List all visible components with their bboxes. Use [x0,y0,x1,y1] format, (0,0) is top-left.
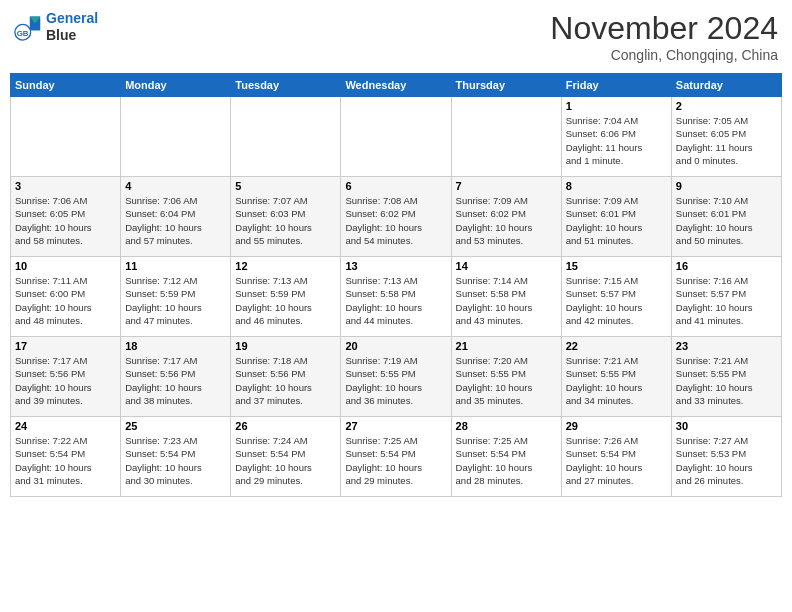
day-number: 13 [345,260,446,272]
calendar-cell: 2Sunrise: 7:05 AM Sunset: 6:05 PM Daylig… [671,97,781,177]
day-info: Sunrise: 7:17 AM Sunset: 5:56 PM Dayligh… [15,354,116,407]
day-number: 15 [566,260,667,272]
day-number: 21 [456,340,557,352]
day-info: Sunrise: 7:24 AM Sunset: 5:54 PM Dayligh… [235,434,336,487]
calendar-cell [121,97,231,177]
logo-text: General Blue [46,10,98,44]
calendar-week-4: 17Sunrise: 7:17 AM Sunset: 5:56 PM Dayli… [11,337,782,417]
day-number: 29 [566,420,667,432]
month-title: November 2024 [550,10,778,47]
day-number: 16 [676,260,777,272]
calendar-week-2: 3Sunrise: 7:06 AM Sunset: 6:05 PM Daylig… [11,177,782,257]
day-info: Sunrise: 7:20 AM Sunset: 5:55 PM Dayligh… [456,354,557,407]
calendar-week-1: 1Sunrise: 7:04 AM Sunset: 6:06 PM Daylig… [11,97,782,177]
calendar-cell: 22Sunrise: 7:21 AM Sunset: 5:55 PM Dayli… [561,337,671,417]
day-info: Sunrise: 7:05 AM Sunset: 6:05 PM Dayligh… [676,114,777,167]
calendar-cell: 15Sunrise: 7:15 AM Sunset: 5:57 PM Dayli… [561,257,671,337]
weekday-header-friday: Friday [561,74,671,97]
day-info: Sunrise: 7:22 AM Sunset: 5:54 PM Dayligh… [15,434,116,487]
day-number: 23 [676,340,777,352]
day-number: 22 [566,340,667,352]
title-block: November 2024 Conglin, Chongqing, China [550,10,778,63]
weekday-header-row: SundayMondayTuesdayWednesdayThursdayFrid… [11,74,782,97]
page-header: GB General Blue November 2024 Conglin, C… [10,10,782,63]
day-info: Sunrise: 7:14 AM Sunset: 5:58 PM Dayligh… [456,274,557,327]
weekday-header-thursday: Thursday [451,74,561,97]
weekday-header-monday: Monday [121,74,231,97]
weekday-header-saturday: Saturday [671,74,781,97]
calendar-cell: 23Sunrise: 7:21 AM Sunset: 5:55 PM Dayli… [671,337,781,417]
calendar-cell: 13Sunrise: 7:13 AM Sunset: 5:58 PM Dayli… [341,257,451,337]
calendar-cell: 18Sunrise: 7:17 AM Sunset: 5:56 PM Dayli… [121,337,231,417]
calendar-cell: 14Sunrise: 7:14 AM Sunset: 5:58 PM Dayli… [451,257,561,337]
day-info: Sunrise: 7:06 AM Sunset: 6:05 PM Dayligh… [15,194,116,247]
day-info: Sunrise: 7:11 AM Sunset: 6:00 PM Dayligh… [15,274,116,327]
calendar-cell: 11Sunrise: 7:12 AM Sunset: 5:59 PM Dayli… [121,257,231,337]
day-info: Sunrise: 7:18 AM Sunset: 5:56 PM Dayligh… [235,354,336,407]
calendar-cell: 20Sunrise: 7:19 AM Sunset: 5:55 PM Dayli… [341,337,451,417]
day-number: 18 [125,340,226,352]
day-info: Sunrise: 7:08 AM Sunset: 6:02 PM Dayligh… [345,194,446,247]
day-number: 11 [125,260,226,272]
logo-line2: Blue [46,27,98,44]
day-number: 25 [125,420,226,432]
svg-text:GB: GB [17,29,29,38]
calendar-cell [231,97,341,177]
calendar-cell: 28Sunrise: 7:25 AM Sunset: 5:54 PM Dayli… [451,417,561,497]
day-number: 6 [345,180,446,192]
day-number: 17 [15,340,116,352]
day-number: 2 [676,100,777,112]
day-info: Sunrise: 7:13 AM Sunset: 5:59 PM Dayligh… [235,274,336,327]
day-info: Sunrise: 7:27 AM Sunset: 5:53 PM Dayligh… [676,434,777,487]
weekday-header-sunday: Sunday [11,74,121,97]
day-info: Sunrise: 7:15 AM Sunset: 5:57 PM Dayligh… [566,274,667,327]
day-number: 8 [566,180,667,192]
day-info: Sunrise: 7:19 AM Sunset: 5:55 PM Dayligh… [345,354,446,407]
calendar-cell: 30Sunrise: 7:27 AM Sunset: 5:53 PM Dayli… [671,417,781,497]
calendar-cell: 10Sunrise: 7:11 AM Sunset: 6:00 PM Dayli… [11,257,121,337]
calendar-cell: 26Sunrise: 7:24 AM Sunset: 5:54 PM Dayli… [231,417,341,497]
day-number: 3 [15,180,116,192]
day-number: 7 [456,180,557,192]
day-info: Sunrise: 7:12 AM Sunset: 5:59 PM Dayligh… [125,274,226,327]
calendar-cell: 12Sunrise: 7:13 AM Sunset: 5:59 PM Dayli… [231,257,341,337]
calendar-cell: 16Sunrise: 7:16 AM Sunset: 5:57 PM Dayli… [671,257,781,337]
day-number: 26 [235,420,336,432]
day-info: Sunrise: 7:09 AM Sunset: 6:01 PM Dayligh… [566,194,667,247]
day-number: 28 [456,420,557,432]
calendar-week-5: 24Sunrise: 7:22 AM Sunset: 5:54 PM Dayli… [11,417,782,497]
day-number: 14 [456,260,557,272]
day-number: 27 [345,420,446,432]
weekday-header-tuesday: Tuesday [231,74,341,97]
day-info: Sunrise: 7:16 AM Sunset: 5:57 PM Dayligh… [676,274,777,327]
calendar-table: SundayMondayTuesdayWednesdayThursdayFrid… [10,73,782,497]
day-info: Sunrise: 7:21 AM Sunset: 5:55 PM Dayligh… [676,354,777,407]
calendar-cell: 27Sunrise: 7:25 AM Sunset: 5:54 PM Dayli… [341,417,451,497]
calendar-cell: 3Sunrise: 7:06 AM Sunset: 6:05 PM Daylig… [11,177,121,257]
calendar-cell: 9Sunrise: 7:10 AM Sunset: 6:01 PM Daylig… [671,177,781,257]
weekday-header-wednesday: Wednesday [341,74,451,97]
day-info: Sunrise: 7:04 AM Sunset: 6:06 PM Dayligh… [566,114,667,167]
calendar-cell: 1Sunrise: 7:04 AM Sunset: 6:06 PM Daylig… [561,97,671,177]
day-number: 20 [345,340,446,352]
day-info: Sunrise: 7:25 AM Sunset: 5:54 PM Dayligh… [456,434,557,487]
calendar-cell [451,97,561,177]
calendar-cell: 19Sunrise: 7:18 AM Sunset: 5:56 PM Dayli… [231,337,341,417]
day-number: 10 [15,260,116,272]
calendar-cell: 25Sunrise: 7:23 AM Sunset: 5:54 PM Dayli… [121,417,231,497]
day-info: Sunrise: 7:13 AM Sunset: 5:58 PM Dayligh… [345,274,446,327]
day-number: 1 [566,100,667,112]
calendar-cell: 17Sunrise: 7:17 AM Sunset: 5:56 PM Dayli… [11,337,121,417]
day-number: 12 [235,260,336,272]
calendar-week-3: 10Sunrise: 7:11 AM Sunset: 6:00 PM Dayli… [11,257,782,337]
calendar-cell: 29Sunrise: 7:26 AM Sunset: 5:54 PM Dayli… [561,417,671,497]
day-number: 5 [235,180,336,192]
calendar-cell: 21Sunrise: 7:20 AM Sunset: 5:55 PM Dayli… [451,337,561,417]
calendar-cell: 24Sunrise: 7:22 AM Sunset: 5:54 PM Dayli… [11,417,121,497]
calendar-cell: 6Sunrise: 7:08 AM Sunset: 6:02 PM Daylig… [341,177,451,257]
day-info: Sunrise: 7:07 AM Sunset: 6:03 PM Dayligh… [235,194,336,247]
day-number: 24 [15,420,116,432]
day-info: Sunrise: 7:23 AM Sunset: 5:54 PM Dayligh… [125,434,226,487]
logo-line1: General [46,10,98,26]
day-info: Sunrise: 7:09 AM Sunset: 6:02 PM Dayligh… [456,194,557,247]
